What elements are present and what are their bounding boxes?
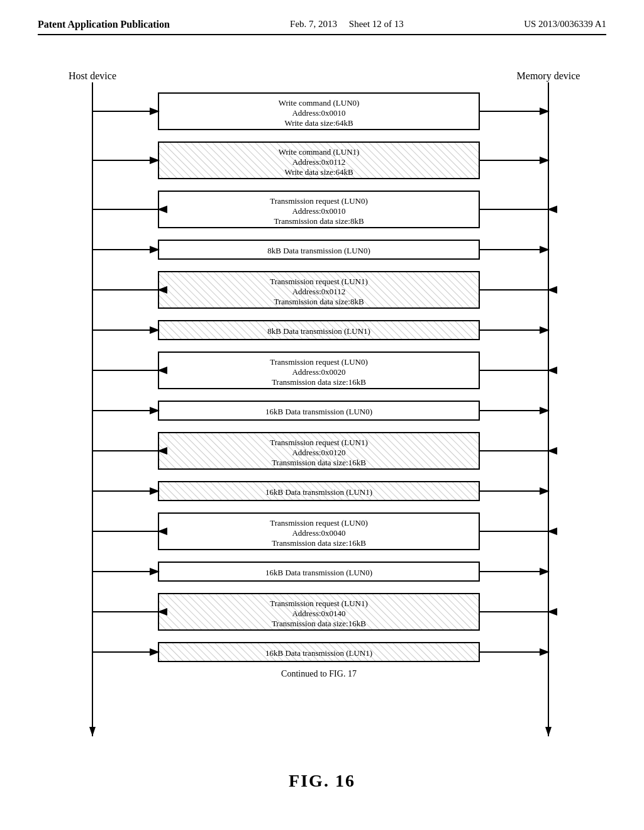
figure-caption: FIG. 16 (38, 771, 606, 791)
svg-text:Write data size:64kB: Write data size:64kB (284, 118, 353, 128)
svg-text:Write command (LUN1): Write command (LUN1) (279, 147, 360, 157)
svg-text:16kB Data transmission (LUN1): 16kB Data transmission (LUN1) (265, 487, 372, 497)
svg-text:Transmission data size:8kB: Transmission data size:8kB (274, 216, 364, 226)
svg-text:Write command (LUN0): Write command (LUN0) (279, 98, 360, 108)
page-header: Patent Application Publication Feb. 7, 2… (38, 19, 606, 35)
svg-text:Transmission request (LUN0): Transmission request (LUN0) (270, 357, 368, 367)
svg-text:Address:0x0040: Address:0x0040 (292, 528, 345, 538)
host-arrow-down (89, 727, 96, 736)
svg-text:Transmission request (LUN1): Transmission request (LUN1) (270, 438, 368, 447)
svg-text:Address:0x0112: Address:0x0112 (292, 287, 346, 296)
svg-text:Transmission data size:16kB: Transmission data size:16kB (272, 538, 366, 548)
svg-text:Address:0x0140: Address:0x0140 (292, 609, 345, 618)
svg-text:Write data size:64kB: Write data size:64kB (284, 167, 353, 177)
svg-text:Address:0x0020: Address:0x0020 (292, 367, 345, 377)
svg-text:Transmission request (LUN1): Transmission request (LUN1) (270, 277, 368, 286)
svg-text:16kB Data transmission (LUN1): 16kB Data transmission (LUN1) (265, 648, 372, 658)
svg-text:Transmission data size:8kB: Transmission data size:8kB (274, 297, 364, 306)
header-center: Feb. 7, 2013 Sheet 12 of 13 (290, 19, 404, 30)
publication-title: Patent Application Publication (38, 19, 170, 30)
page: Patent Application Publication Feb. 7, 2… (0, 0, 644, 830)
svg-text:Transmission request (LUN0): Transmission request (LUN0) (270, 196, 368, 206)
sheet-number: Sheet 12 of 13 (349, 19, 404, 29)
svg-text:Address:0x0120: Address:0x0120 (292, 448, 345, 457)
host-device-label: Host device (69, 70, 116, 81)
memory-arrow-down (545, 727, 552, 736)
svg-text:16kB Data transmission (LUN0): 16kB Data transmission (LUN0) (265, 568, 372, 577)
svg-text:8kB Data transmission (LUN1): 8kB Data transmission (LUN1) (267, 326, 370, 336)
svg-text:16kB Data transmission (LUN0): 16kB Data transmission (LUN0) (265, 407, 372, 416)
continued-text: Continued to FIG. 17 (281, 669, 357, 678)
svg-text:Address:0x0010: Address:0x0010 (292, 206, 345, 216)
sequence-diagram: Host device Memory device Write command … (52, 60, 592, 752)
svg-text:Address:0x0112: Address:0x0112 (292, 157, 346, 167)
svg-text:Transmission data size:16kB: Transmission data size:16kB (272, 377, 366, 387)
svg-text:Transmission request (LUN1): Transmission request (LUN1) (270, 599, 368, 608)
svg-text:8kB Data transmission (LUN0): 8kB Data transmission (LUN0) (267, 246, 370, 255)
svg-text:Address:0x0010: Address:0x0010 (292, 108, 345, 118)
patent-number: US 2013/0036339 A1 (524, 19, 606, 30)
svg-text:Transmission data size:16kB: Transmission data size:16kB (272, 458, 366, 467)
svg-text:Transmission data size:16kB: Transmission data size:16kB (272, 619, 366, 628)
publication-date: Feb. 7, 2013 (290, 19, 337, 29)
svg-text:Transmission request (LUN0): Transmission request (LUN0) (270, 518, 368, 528)
memory-device-label: Memory device (517, 70, 580, 82)
